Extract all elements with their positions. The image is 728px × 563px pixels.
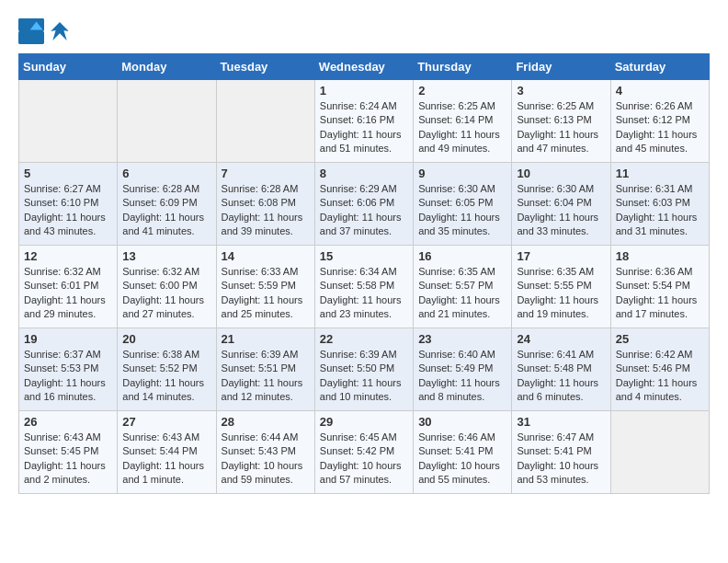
cell-content: Sunrise: 6:39 AM Sunset: 5:51 PM Dayligh…: [222, 348, 310, 405]
sunset-text: Sunset: 5:42 PM: [320, 445, 394, 456]
day-number: 25: [616, 332, 704, 346]
sunset-text: Sunset: 5:52 PM: [122, 362, 197, 373]
day-number: 5: [24, 167, 112, 180]
sunset-text: Sunset: 5:58 PM: [320, 280, 394, 291]
sunset-text: Sunset: 5:59 PM: [222, 280, 296, 291]
calendar-cell: 1 Sunrise: 6:24 AM Sunset: 6:16 PM Dayli…: [314, 80, 413, 163]
daylight-text: Daylight: 11 hours and 25 minutes.: [222, 294, 303, 319]
day-number: 6: [122, 167, 210, 180]
sunrise-text: Sunrise: 6:35 AM: [517, 266, 594, 277]
weekday-header-friday: Friday: [512, 54, 610, 80]
daylight-text: Daylight: 10 hours and 59 minutes.: [222, 460, 303, 485]
daylight-text: Daylight: 11 hours and 10 minutes.: [320, 377, 402, 402]
calendar-cell: 14 Sunrise: 6:33 AM Sunset: 5:59 PM Dayl…: [216, 246, 314, 328]
cell-content: Sunrise: 6:43 AM Sunset: 5:44 PM Dayligh…: [122, 431, 210, 488]
cell-content: Sunrise: 6:25 AM Sunset: 6:13 PM Dayligh…: [517, 99, 605, 156]
daylight-text: Daylight: 11 hours and 27 minutes.: [122, 294, 204, 319]
weekday-header-sunday: Sunday: [19, 54, 118, 80]
sunrise-text: Sunrise: 6:28 AM: [122, 183, 199, 194]
calendar-cell: 12 Sunrise: 6:32 AM Sunset: 6:01 PM Dayl…: [19, 246, 118, 328]
calendar-cell: 10 Sunrise: 6:30 AM Sunset: 6:04 PM Dayl…: [512, 163, 610, 246]
calendar-week-1: 1 Sunrise: 6:24 AM Sunset: 6:16 PM Dayli…: [19, 80, 710, 163]
cell-content: Sunrise: 6:41 AM Sunset: 5:48 PM Dayligh…: [517, 348, 605, 405]
daylight-text: Daylight: 11 hours and 47 minutes.: [517, 129, 598, 154]
sunrise-text: Sunrise: 6:24 AM: [320, 100, 397, 111]
day-number: 2: [418, 84, 506, 98]
calendar-cell: 22 Sunrise: 6:39 AM Sunset: 5:50 PM Dayl…: [314, 328, 413, 411]
sunset-text: Sunset: 5:45 PM: [24, 445, 98, 456]
sunset-text: Sunset: 6:10 PM: [24, 197, 98, 208]
sunset-text: Sunset: 6:12 PM: [616, 114, 690, 125]
daylight-text: Daylight: 11 hours and 29 minutes.: [24, 294, 106, 319]
sunset-text: Sunset: 6:13 PM: [517, 114, 591, 125]
sunset-text: Sunset: 6:06 PM: [320, 197, 394, 208]
calendar-week-5: 26 Sunrise: 6:43 AM Sunset: 5:45 PM Dayl…: [19, 411, 710, 494]
daylight-text: Daylight: 11 hours and 12 minutes.: [222, 377, 303, 402]
sunrise-text: Sunrise: 6:38 AM: [122, 349, 199, 360]
calendar-cell: 23 Sunrise: 6:40 AM Sunset: 5:49 PM Dayl…: [414, 328, 512, 411]
daylight-text: Daylight: 11 hours and 49 minutes.: [418, 129, 500, 154]
cell-content: Sunrise: 6:30 AM Sunset: 6:05 PM Dayligh…: [418, 182, 506, 239]
cell-content: Sunrise: 6:35 AM Sunset: 5:57 PM Dayligh…: [418, 265, 506, 322]
sunset-text: Sunset: 5:54 PM: [616, 280, 690, 291]
daylight-text: Daylight: 11 hours and 35 minutes.: [418, 212, 500, 236]
daylight-text: Daylight: 11 hours and 2 minutes.: [24, 460, 106, 485]
day-number: 1: [320, 84, 408, 98]
sunrise-text: Sunrise: 6:26 AM: [616, 100, 693, 111]
daylight-text: Daylight: 11 hours and 43 minutes.: [24, 212, 106, 236]
daylight-text: Daylight: 11 hours and 19 minutes.: [517, 294, 598, 319]
day-number: 22: [320, 332, 408, 346]
cell-content: Sunrise: 6:29 AM Sunset: 6:06 PM Dayligh…: [320, 182, 408, 239]
day-number: 4: [616, 84, 704, 98]
daylight-text: Daylight: 11 hours and 21 minutes.: [418, 294, 500, 319]
sunrise-text: Sunrise: 6:44 AM: [222, 431, 299, 442]
sunset-text: Sunset: 5:53 PM: [24, 362, 98, 373]
day-number: 31: [517, 415, 605, 429]
cell-content: Sunrise: 6:35 AM Sunset: 5:55 PM Dayligh…: [517, 265, 605, 322]
logo-bird: [50, 21, 70, 41]
sunrise-text: Sunrise: 6:42 AM: [616, 349, 693, 360]
sunrise-text: Sunrise: 6:30 AM: [517, 183, 594, 194]
sunset-text: Sunset: 6:08 PM: [222, 197, 296, 208]
calendar-cell: 31 Sunrise: 6:47 AM Sunset: 5:41 PM Dayl…: [512, 411, 610, 494]
day-number: 9: [418, 167, 506, 180]
calendar-cell: 28 Sunrise: 6:44 AM Sunset: 5:43 PM Dayl…: [216, 411, 314, 494]
day-number: 17: [517, 249, 605, 263]
daylight-text: Daylight: 10 hours and 57 minutes.: [320, 460, 402, 485]
cell-content: Sunrise: 6:32 AM Sunset: 6:00 PM Dayligh…: [122, 265, 210, 322]
day-number: 18: [616, 249, 704, 263]
cell-content: Sunrise: 6:26 AM Sunset: 6:12 PM Dayligh…: [616, 99, 704, 156]
calendar-cell: 29 Sunrise: 6:45 AM Sunset: 5:42 PM Dayl…: [314, 411, 413, 494]
sunset-text: Sunset: 5:41 PM: [517, 445, 591, 456]
calendar-cell: 8 Sunrise: 6:29 AM Sunset: 6:06 PM Dayli…: [314, 163, 413, 246]
sunrise-text: Sunrise: 6:33 AM: [222, 266, 299, 277]
cell-content: Sunrise: 6:30 AM Sunset: 6:04 PM Dayligh…: [517, 182, 605, 239]
page-header: [18, 18, 710, 44]
day-number: 20: [122, 332, 210, 346]
cell-content: Sunrise: 6:47 AM Sunset: 5:41 PM Dayligh…: [517, 431, 605, 488]
calendar-cell: 20 Sunrise: 6:38 AM Sunset: 5:52 PM Dayl…: [118, 328, 216, 411]
calendar-cell: 19 Sunrise: 6:37 AM Sunset: 5:53 PM Dayl…: [19, 328, 118, 411]
sunset-text: Sunset: 6:00 PM: [122, 280, 197, 291]
sunset-text: Sunset: 5:51 PM: [222, 362, 296, 373]
calendar-cell: [19, 80, 118, 163]
day-number: 3: [517, 84, 605, 98]
daylight-text: Daylight: 11 hours and 8 minutes.: [418, 377, 500, 402]
weekday-header-tuesday: Tuesday: [216, 54, 314, 80]
weekday-header-wednesday: Wednesday: [314, 54, 413, 80]
sunrise-text: Sunrise: 6:35 AM: [418, 266, 495, 277]
cell-content: Sunrise: 6:34 AM Sunset: 5:58 PM Dayligh…: [320, 265, 408, 322]
cell-content: Sunrise: 6:37 AM Sunset: 5:53 PM Dayligh…: [24, 348, 112, 405]
daylight-text: Daylight: 11 hours and 23 minutes.: [320, 294, 402, 319]
daylight-text: Daylight: 11 hours and 16 minutes.: [24, 377, 106, 402]
cell-content: Sunrise: 6:32 AM Sunset: 6:01 PM Dayligh…: [24, 265, 112, 322]
weekday-header-monday: Monday: [118, 54, 216, 80]
cell-content: Sunrise: 6:40 AM Sunset: 5:49 PM Dayligh…: [418, 348, 506, 405]
calendar-cell: 27 Sunrise: 6:43 AM Sunset: 5:44 PM Dayl…: [118, 411, 216, 494]
sunrise-text: Sunrise: 6:32 AM: [24, 266, 101, 277]
cell-content: Sunrise: 6:27 AM Sunset: 6:10 PM Dayligh…: [24, 182, 112, 239]
sunset-text: Sunset: 6:09 PM: [122, 197, 197, 208]
calendar-cell: [216, 80, 314, 163]
calendar-cell: 4 Sunrise: 6:26 AM Sunset: 6:12 PM Dayli…: [610, 80, 709, 163]
sunset-text: Sunset: 6:05 PM: [418, 197, 493, 208]
